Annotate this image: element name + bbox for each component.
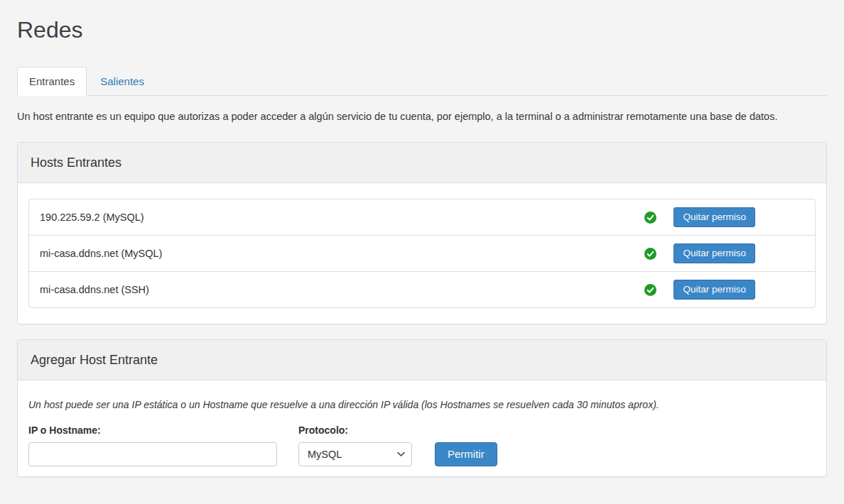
add-host-form: IP o Hostname: Protocolo: MySQL Permitir (28, 424, 816, 466)
host-row: mi-casa.ddns.net (MySQL) Quitar permiso (28, 235, 816, 272)
page-title: Redes (17, 16, 827, 43)
check-circle-icon (644, 284, 656, 296)
host-input-label: IP o Hostname: (28, 424, 277, 437)
host-label: 190.225.59.2 (MySQL) (40, 212, 644, 223)
host-label: mi-casa.ddns.net (MySQL) (40, 248, 644, 259)
protocol-field-group: Protocolo: MySQL (298, 424, 412, 466)
add-host-panel-body: Un host puede ser una IP estática o un H… (18, 380, 826, 476)
add-host-panel-title: Agregar Host Entrante (18, 340, 826, 380)
check-circle-icon (644, 212, 656, 224)
tab-entrantes[interactable]: Entrantes (17, 67, 87, 96)
check-circle-icon (644, 248, 656, 260)
add-host-note: Un host puede ser una IP estática o un H… (28, 398, 816, 412)
protocol-select-wrap: MySQL (298, 442, 412, 466)
add-host-panel: Agregar Host Entrante Un host puede ser … (17, 339, 827, 477)
host-input[interactable] (28, 442, 277, 466)
protocol-label: Protocolo: (298, 424, 412, 437)
remove-permission-button[interactable]: Quitar permiso (673, 243, 755, 263)
host-row: mi-casa.ddns.net (SSH) Quitar permiso (28, 271, 816, 308)
hosts-list: 190.225.59.2 (MySQL) Quitar permiso mi-c… (28, 199, 816, 308)
tab-bar: Entrantes Salientes (17, 67, 827, 96)
protocol-select[interactable]: MySQL (298, 442, 412, 466)
permit-button[interactable]: Permitir (435, 442, 497, 466)
remove-permission-button[interactable]: Quitar permiso (673, 280, 755, 300)
host-field-group: IP o Hostname: (28, 424, 277, 466)
host-label: mi-casa.ddns.net (SSH) (40, 284, 644, 295)
networking-page: Redes Entrantes Salientes Un host entran… (0, 16, 844, 477)
intro-text: Un host entrante es un equipo que autori… (17, 109, 827, 124)
hosts-panel-title: Hosts Entrantes (18, 143, 826, 183)
host-row: 190.225.59.2 (MySQL) Quitar permiso (28, 199, 816, 236)
hosts-panel-body: 190.225.59.2 (MySQL) Quitar permiso mi-c… (18, 183, 826, 324)
tab-salientes[interactable]: Salientes (88, 67, 156, 96)
remove-permission-button[interactable]: Quitar permiso (673, 207, 755, 227)
hosts-panel: Hosts Entrantes 190.225.59.2 (MySQL) Qui… (17, 142, 827, 324)
